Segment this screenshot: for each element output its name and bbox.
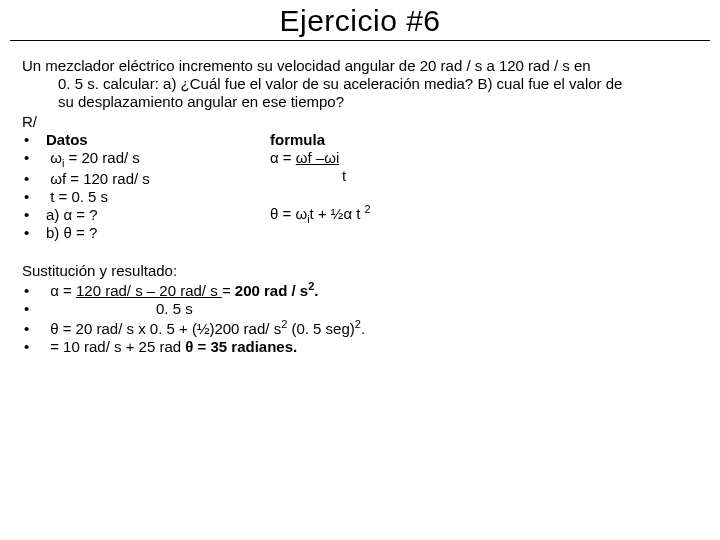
sust-line-alpha: α = 120 rad/ s – 20 rad/ s = 200 rad / s… [22,280,698,300]
formula-header: formula [270,131,371,149]
datos-time: t = 0. 5 s [22,188,270,206]
formula-theta: θ = ωit + ½α t 2 [270,203,371,226]
slide-title: Ejercicio #6 [10,0,710,41]
datos-theta-q: b) θ = ? [22,224,270,242]
datos-omega-f: ωf = 120 rad/ s [22,170,270,188]
problem-line-1: Un mezclador eléctrico incremento su vel… [22,57,591,74]
problem-line-2: 0. 5 s. calcular: a) ¿Cuál fue el valor … [22,75,698,93]
problem-statement: Un mezclador eléctrico incremento su vel… [22,57,698,111]
sust-line-result: = 10 rad/ s + 25 rad θ = 35 radianes. [22,338,698,356]
sust-line-denom: 0. 5 s [22,300,698,318]
formula-alpha: α = ωf –ωi [270,149,371,167]
formula-column: formula α = ωf –ωi t θ = ωit + ½α t 2 [270,131,371,226]
answer-marker: R/ [22,113,698,131]
slide-body: Un mezclador eléctrico incremento su vel… [0,41,720,356]
sust-line-theta: θ = 20 rad/ s x 0. 5 + (½)200 rad/ s2 (0… [22,318,698,338]
slide: Ejercicio #6 Un mezclador eléctrico incr… [0,0,720,540]
datos-header: Datos [22,131,270,149]
datos-formula-row: Datos ωi = 20 rad/ s ωf = 120 rad/ s t =… [22,131,698,242]
sustitucion-header: Sustitución y resultado: [22,262,698,280]
datos-column: Datos ωi = 20 rad/ s ωf = 120 rad/ s t =… [22,131,270,242]
formula-alpha-denom: t [270,167,371,185]
datos-alpha-q: a) α = ? [22,206,270,224]
datos-omega-i: ωi = 20 rad/ s [22,149,270,170]
problem-line-3: su desplazamiento angular en ese tiempo? [22,93,698,111]
sustitucion-section: Sustitución y resultado: α = 120 rad/ s … [22,262,698,356]
